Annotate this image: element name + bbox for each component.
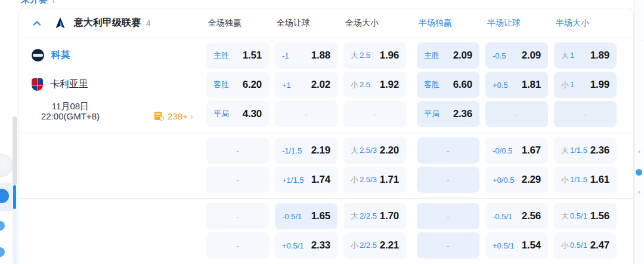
serie-a-logo-icon: [54, 17, 66, 30]
odds-label: 大2.5: [351, 50, 370, 61]
odds-dash: -: [424, 146, 472, 155]
over-under-prefix: 小: [561, 241, 569, 250]
odds-cell[interactable]: 客胜6.60: [417, 72, 479, 98]
odds-label: -1: [282, 51, 289, 60]
right-dot-top: [638, 151, 640, 153]
odds-cell[interactable]: +12.02: [275, 72, 338, 98]
col-header-ft-handicap: 全场让球: [275, 18, 338, 29]
odds-cell[interactable]: 大0.5/11.56: [554, 203, 617, 229]
odds-cell[interactable]: 小2.5/31.71: [343, 167, 406, 193]
over-under-prefix: 大: [351, 51, 358, 60]
odds-label: +1: [282, 81, 291, 90]
right-divider: [634, 0, 634, 264]
nav-sport-icon-2[interactable]: [0, 221, 5, 231]
odds-cell[interactable]: +0/0.52.29: [485, 167, 548, 193]
odds-value: 2.02: [311, 79, 330, 91]
odds-value: 6.20: [243, 79, 262, 91]
floating-widget-icon[interactable]: [636, 169, 642, 176]
odds-value: 1.70: [380, 210, 399, 222]
right-dot-bottom: [638, 191, 640, 194]
odds-cell[interactable]: 大2.51.96: [343, 42, 406, 69]
odds-cell[interactable]: 小2.51.92: [343, 72, 406, 98]
odds-value: 1.61: [590, 174, 609, 186]
odds-cell-empty: -: [417, 167, 479, 193]
over-under-prefix: 小: [351, 80, 358, 89]
odds-label: 平局: [213, 109, 229, 119]
odds-value: 1.56: [590, 210, 609, 222]
odds-value: 1.96: [380, 50, 399, 62]
odds-value: 2.20: [380, 145, 399, 156]
col-header-ht-1x2: 半场独赢: [417, 18, 479, 29]
odds-label: 客胜: [213, 79, 229, 90]
odds-cell[interactable]: 大1/1.52.36: [554, 137, 617, 164]
collapse-chevron-up-icon[interactable]: [32, 18, 42, 29]
nav-sport-icon-3[interactable]: [0, 247, 5, 257]
odds-cell[interactable]: -11.88: [275, 42, 338, 69]
odds-row: --1/1.52.19大2.5/32.20--0/0.51.67大1/1.52.…: [18, 137, 633, 164]
league-match-count: 4: [146, 19, 151, 28]
odds-label: -1/1.5: [282, 146, 302, 155]
over-under-prefix: 大: [561, 51, 569, 60]
odds-value: 1.65: [311, 210, 330, 222]
odds-value: 1.54: [522, 240, 541, 251]
odds-cell[interactable]: +1/1.51.74: [275, 167, 338, 193]
odds-cell[interactable]: 大2/2.51.70: [343, 203, 406, 229]
nav-active-indicator: [13, 185, 16, 209]
tab-not-started[interactable]: 未开赛1: [21, 0, 55, 5]
odds-dash: -: [424, 241, 472, 250]
over-under-prefix: 大: [561, 211, 569, 220]
odds-cell[interactable]: 小11.99: [554, 72, 617, 98]
odds-value: 2.29: [522, 174, 541, 186]
odds-cell[interactable]: -0.5/12.56: [485, 203, 548, 229]
tab-not-started-label: 未开赛: [21, 0, 48, 4]
over-under-prefix: 小: [561, 175, 569, 184]
odds-label: -0.5/1: [282, 212, 302, 221]
odds-cell[interactable]: 平局4.30: [206, 101, 269, 127]
odds-cell[interactable]: 平局2.36: [417, 101, 479, 127]
right-strip-line: [634, 41, 644, 41]
odds-label: +0.5/1: [282, 241, 304, 250]
odds-cell[interactable]: -0.52.09: [485, 42, 548, 69]
odds-cell[interactable]: 小2/2.52.21: [343, 232, 406, 259]
odds-cell[interactable]: 客胜6.20: [206, 72, 269, 98]
over-under-prefix: 大: [351, 146, 358, 155]
odds-cell[interactable]: 大2.5/32.20: [343, 137, 406, 164]
odds-row: -+0.5/12.33小2/2.52.21-+0.5/11.54小0.5/12.…: [18, 232, 633, 259]
odds-cell[interactable]: +0.5/12.33: [275, 232, 338, 259]
odds-cell[interactable]: +0.51.81: [485, 72, 548, 98]
odds-cell[interactable]: 主胜2.09: [417, 42, 479, 69]
odds-cell[interactable]: 小1/1.51.61: [554, 167, 617, 193]
odds-row: --0.5/11.65大2/2.51.70--0.5/12.56大0.5/11.…: [18, 203, 633, 229]
odds-cell-empty: -: [485, 101, 548, 127]
odds-cell-empty: -: [206, 232, 269, 259]
odds-value: 2.19: [311, 145, 330, 156]
odds-dash: -: [351, 110, 399, 119]
away-team-row[interactable]: 卡利亚里: [32, 78, 88, 91]
odds-group-3: --0.5/11.65大2/2.51.70--0.5/12.56大0.5/11.…: [18, 199, 633, 264]
odds-dash: -: [424, 176, 472, 185]
odds-group-2: --1/1.52.19大2.5/32.20--0/0.51.67大1/1.52.…: [18, 133, 633, 199]
odds-value: 1.92: [380, 79, 399, 91]
odds-cell-empty: -: [417, 137, 479, 164]
nav-sport-icon[interactable]: [0, 154, 13, 177]
odds-label: +0.5: [493, 81, 508, 90]
col-header-ht-totals: 半场大小: [554, 18, 617, 29]
odds-cell[interactable]: -0.5/11.65: [275, 203, 338, 229]
odds-cell[interactable]: 小0.5/12.47: [554, 232, 617, 259]
scrollbar-thumb[interactable]: [13, 116, 17, 185]
odds-dash: -: [213, 146, 262, 155]
odds-cell[interactable]: -0/0.51.67: [485, 137, 548, 164]
odds-label: 客胜: [424, 79, 439, 90]
odds-label: -0.5/1: [493, 212, 512, 221]
odds-cell-empty: -: [275, 101, 338, 127]
odds-cell[interactable]: 大11.89: [554, 42, 617, 69]
odds-dash: -: [213, 212, 262, 221]
match-date: 11月08日: [26, 101, 115, 111]
more-markets-link[interactable]: 238+ ›: [154, 111, 193, 121]
home-team-row[interactable]: 科莫: [32, 49, 70, 62]
over-under-prefix: 大: [351, 211, 358, 220]
odds-cell[interactable]: +0.5/11.54: [485, 232, 548, 259]
odds-cell[interactable]: 主胜1.51: [206, 42, 269, 69]
odds-label: 大0.5/1: [561, 211, 587, 222]
odds-cell[interactable]: -1/1.52.19: [275, 137, 338, 164]
